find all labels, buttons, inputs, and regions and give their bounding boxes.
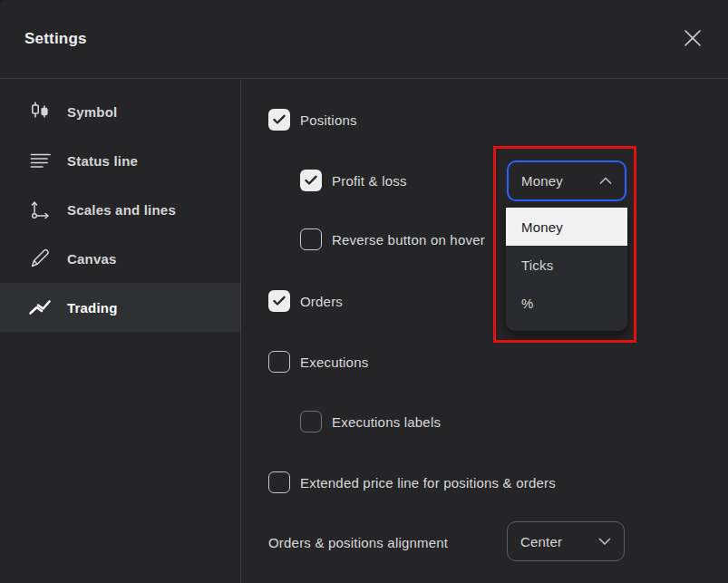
dialog-body: Symbol Status line — [0, 80, 728, 583]
extended-price-line-checkbox[interactable] — [268, 471, 290, 493]
checkbox-label: Reverse button on hover — [332, 232, 485, 248]
sidebar-item-label: Scales and lines — [67, 202, 176, 218]
alignment-select[interactable]: Center — [507, 521, 625, 561]
profit-loss-checkbox[interactable] — [300, 170, 322, 191]
sidebar-item-symbol[interactable]: Symbol — [0, 87, 240, 136]
orders-checkbox[interactable] — [268, 290, 290, 312]
sidebar-item-trading[interactable]: Trading — [0, 283, 240, 332]
menu-option-money[interactable]: Money — [506, 208, 627, 246]
axes-icon — [27, 197, 53, 222]
pencil-icon — [27, 246, 53, 271]
trading-icon — [27, 295, 53, 320]
x-icon — [681, 26, 704, 50]
row-positions: Positions — [268, 109, 357, 131]
sidebar-item-label: Status line — [67, 153, 138, 169]
pnl-select-menu: Money Ticks % — [506, 207, 627, 331]
checkbox-label: Profit & loss — [332, 173, 407, 189]
menu-option-ticks[interactable]: Ticks — [506, 246, 627, 284]
positions-checkbox[interactable] — [268, 109, 290, 131]
sidebar-item-status-line[interactable]: Status line — [0, 136, 240, 185]
close-button[interactable] — [670, 15, 715, 61]
sidebar-item-scales-and-lines[interactable]: Scales and lines — [0, 185, 240, 234]
checkbox-label: Executions — [300, 355, 368, 370]
checkbox-label: Positions — [300, 112, 357, 128]
checkbox-label: Orders — [300, 294, 343, 309]
row-executions: Executions — [268, 351, 368, 373]
pnl-display-select[interactable]: Money — [507, 160, 626, 201]
pnl-select-value: Money — [521, 173, 563, 189]
dialog-title: Settings — [24, 30, 87, 48]
executions-checkbox[interactable] — [268, 351, 290, 373]
candlestick-icon — [27, 99, 53, 124]
sidebar-item-label: Canvas — [67, 251, 117, 267]
chevron-up-icon — [599, 177, 612, 185]
row-extended-price-line: Extended price line for positions & orde… — [268, 471, 556, 493]
lines-icon — [27, 148, 53, 173]
sidebar-item-canvas[interactable]: Canvas — [0, 234, 240, 283]
alignment-select-value: Center — [520, 534, 562, 549]
settings-dialog: Settings Symbol — [0, 0, 728, 583]
sidebar-item-label: Symbol — [67, 104, 117, 120]
checkbox-label: Executions labels — [332, 414, 441, 430]
sidebar-item-label: Trading — [67, 300, 118, 316]
row-reverse-button: Reverse button on hover — [300, 228, 485, 250]
alignment-label: Orders & positions alignment — [268, 535, 448, 550]
settings-sidebar: Symbol Status line — [0, 80, 241, 583]
executions-labels-checkbox[interactable] — [300, 411, 322, 432]
menu-option-percent[interactable]: % — [506, 284, 627, 322]
reverse-button-checkbox[interactable] — [300, 228, 322, 250]
dialog-header: Settings — [0, 0, 728, 79]
row-orders: Orders — [268, 290, 343, 312]
checkbox-label: Extended price line for positions & orde… — [300, 475, 556, 491]
chevron-down-icon — [598, 538, 611, 546]
row-profit-loss: Profit & loss — [300, 170, 407, 191]
trading-settings-panel: Positions Profit & loss Reverse button o… — [242, 80, 728, 583]
row-executions-labels: Executions labels — [300, 411, 441, 432]
